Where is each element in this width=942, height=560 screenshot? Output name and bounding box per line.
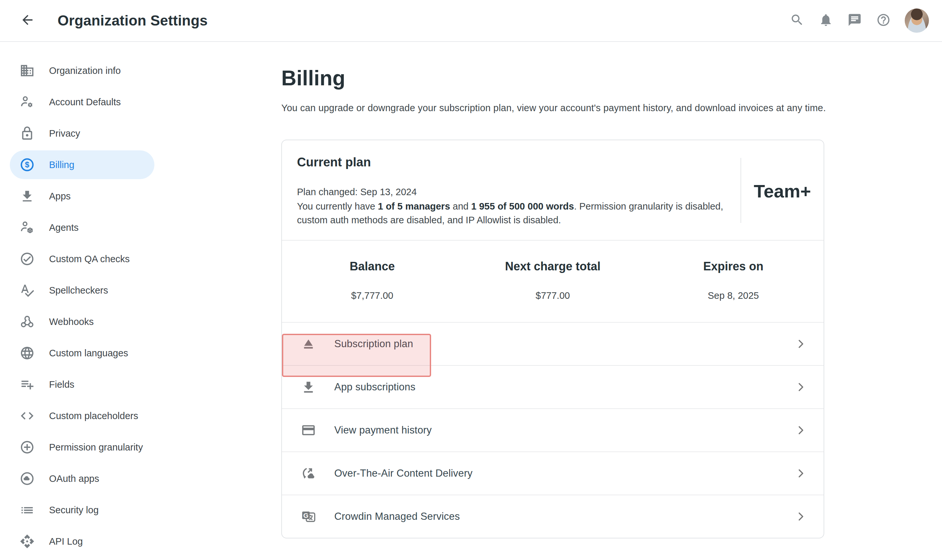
row-label: Subscription plan [334, 338, 413, 350]
sidebar-item-label: Webhooks [49, 317, 94, 327]
playlist-add-icon [20, 377, 35, 392]
chat-icon [848, 13, 862, 28]
sidebar-item-label: Custom QA checks [49, 254, 130, 265]
account-gear-icon [20, 94, 35, 109]
sidebar-item-label: Permission granularity [49, 442, 143, 453]
sidebar-item-privacy[interactable]: Privacy [10, 119, 154, 148]
chevron-right-icon [795, 468, 806, 479]
stat-value: $777.00 [463, 290, 643, 301]
credit-card-icon [301, 423, 316, 438]
dollar-circle-icon: $ [20, 157, 35, 172]
page-header-title: Organization Settings [57, 12, 208, 29]
current-plan-heading: Current plan [297, 155, 740, 169]
sidebar-item-custom-languages[interactable]: Custom languages [10, 339, 154, 368]
current-plan-section: Current plan Plan changed: Sep 13, 2024 … [282, 140, 823, 240]
stat-expires-on: Expires onSep 8, 2025 [643, 260, 823, 301]
billing-card: Current plan Plan changed: Sep 13, 2024 … [281, 140, 824, 538]
bell-icon [819, 13, 833, 28]
translate-icon: G [301, 509, 316, 524]
ota-sync-icon [301, 466, 316, 481]
check-circle-icon [20, 251, 35, 266]
sidebar-item-agents[interactable]: Agents [10, 213, 154, 242]
plan-changed-text: Plan changed: Sep 13, 2024 [297, 185, 737, 199]
sidebar-item-label: Security log [49, 505, 99, 515]
webhook-icon [20, 314, 35, 329]
row-subscription-plan[interactable]: Subscription plan [282, 322, 823, 365]
sidebar-item-label: Custom placeholders [49, 411, 138, 422]
sidebar-item-label: Billing [49, 160, 74, 170]
sidebar-item-label: Agents [49, 222, 79, 233]
sidebar-item-spellcheckers[interactable]: Spellcheckers [10, 276, 154, 305]
notifications-button[interactable] [819, 13, 833, 28]
sidebar-item-organization-info[interactable]: Organization info [10, 56, 154, 85]
top-app-bar: Organization Settings [0, 0, 942, 42]
sidebar-item-custom-qa-checks[interactable]: Custom QA checks [10, 245, 154, 273]
arrow-back-icon [20, 12, 35, 29]
spellcheck-icon [20, 283, 35, 298]
chevron-right-icon [795, 381, 806, 393]
billing-stats: Balance$7,777.00Next charge total$777.00… [282, 240, 823, 322]
messages-button[interactable] [847, 13, 862, 28]
sidebar-item-label: Custom languages [49, 348, 128, 358]
sidebar-item-fields[interactable]: Fields [10, 370, 154, 399]
row-label: Over-The-Air Content Delivery [334, 468, 473, 479]
plus-circle-icon [20, 440, 35, 455]
billing-actions-list: Subscription planApp subscriptionsView p… [282, 322, 823, 538]
words-usage: 1 955 of 500 000 words [471, 201, 574, 212]
sidebar-item-webhooks[interactable]: Webhooks [10, 307, 154, 336]
sidebar-item-security-log[interactable]: Security log [10, 495, 154, 525]
sidebar-item-label: Spellcheckers [49, 285, 108, 296]
row-over-the-air-content-delivery[interactable]: Over-The-Air Content Delivery [282, 451, 823, 495]
stat-value: $7,777.00 [282, 290, 463, 301]
row-label: App subscriptions [334, 381, 415, 393]
help-button[interactable] [876, 13, 891, 28]
stat-value: Sep 8, 2025 [643, 290, 823, 301]
back-button[interactable] [19, 12, 36, 29]
stat-label: Balance [282, 260, 463, 273]
download-icon [20, 189, 35, 204]
chevron-right-icon [795, 511, 806, 522]
billing-page: Billing You can upgrade or downgrade you… [170, 42, 826, 560]
eject-icon [301, 336, 316, 351]
user-avatar[interactable] [905, 9, 929, 33]
api-icon [20, 534, 35, 549]
row-label: Crowdin Managed Services [334, 511, 460, 522]
search-icon [790, 13, 804, 28]
help-icon [876, 13, 891, 28]
sidebar-item-custom-placeholders[interactable]: Custom placeholders [10, 402, 154, 430]
sidebar-item-billing[interactable]: $Billing [10, 151, 154, 179]
stat-next-charge-total: Next charge total$777.00 [463, 260, 643, 301]
sidebar-item-api-log[interactable]: API Log [10, 527, 154, 556]
row-app-subscriptions[interactable]: App subscriptions [282, 365, 823, 408]
globe-icon [20, 346, 35, 361]
row-view-payment-history[interactable]: View payment history [282, 408, 823, 451]
agent-cube-icon [20, 220, 35, 235]
lock-icon [20, 126, 35, 141]
row-label: View payment history [334, 424, 432, 436]
cloud-circle-icon [20, 471, 35, 486]
list-icon [20, 503, 35, 517]
sidebar-item-label: Fields [49, 379, 74, 390]
sidebar-item-oauth-apps[interactable]: OAuth apps [10, 464, 154, 493]
sidebar-item-account-defaults[interactable]: Account Defaults [10, 88, 154, 116]
sidebar-item-apps[interactable]: Apps [10, 182, 154, 211]
code-icon [20, 408, 35, 423]
stat-label: Expires on [643, 260, 823, 273]
stat-label: Next charge total [463, 260, 643, 273]
page-title: Billing [281, 66, 826, 90]
chevron-right-icon [795, 338, 806, 350]
search-button[interactable] [789, 13, 805, 28]
sidebar-item-permission-granularity[interactable]: Permission granularity [10, 433, 154, 462]
row-crowdin-managed-services[interactable]: GCrowdin Managed Services [282, 495, 823, 538]
chevron-right-icon [795, 424, 806, 436]
sidebar-item-label: Privacy [49, 128, 80, 139]
svg-text:G: G [303, 512, 308, 519]
settings-sidebar: Organization infoAccount DefaultsPrivacy… [0, 42, 170, 560]
plan-name-badge: Team+ [754, 180, 811, 202]
stat-balance: Balance$7,777.00 [282, 260, 463, 301]
download-tray-icon [301, 380, 316, 395]
sidebar-item-label: API Log [49, 536, 83, 547]
sidebar-item-label: Apps [49, 191, 71, 202]
plan-usage-text: You currently have 1 of 5 managers and 1… [297, 199, 737, 227]
page-description: You can upgrade or downgrade your subscr… [281, 103, 826, 114]
